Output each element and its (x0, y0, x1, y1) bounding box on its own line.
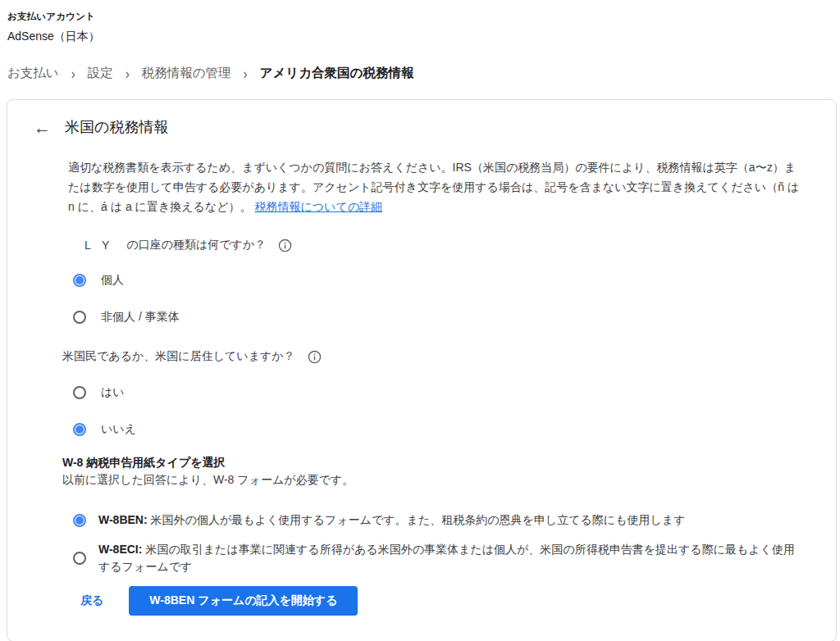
payments-account-label: お支払いアカウント (7, 11, 840, 23)
radio-icon[interactable] (73, 423, 86, 436)
radio-icon[interactable] (73, 274, 86, 287)
question-us-residency-text: 米国民であるか、米国に居住していますか？ (62, 349, 295, 364)
radio-option-individual[interactable]: 個人 (73, 273, 806, 288)
card-title-row: ← 米国の税務情報 (34, 117, 806, 137)
page-title: 米国の税務情報 (65, 117, 168, 137)
w8ben-description: 米国外の個人が最もよく使用するフォームです。また、租税条約の恩典を申し立てる際に… (151, 513, 686, 526)
w8ben-prefix: W-8BEN: (98, 513, 148, 526)
radio-icon[interactable] (73, 311, 86, 324)
question-account-type-text: の口座の種類は何ですか？ (126, 238, 266, 252)
radio-option-w8eci[interactable]: W-8ECI:米国の取引または事業に関連する所得がある米国外の事業体または個人が… (73, 541, 806, 575)
chevron-right-icon: › (244, 65, 248, 82)
breadcrumb-item-settings[interactable]: 設定 (88, 65, 113, 82)
back-arrow-icon[interactable]: ← (34, 119, 51, 136)
radio-icon[interactable] (73, 386, 86, 399)
w8-form-type-heading: W-8 納税申告用紙タイプを選択 (62, 456, 806, 471)
breadcrumb-item-tax-info-management[interactable]: 税務情報の管理 (142, 65, 231, 82)
radio-option-w8ben[interactable]: W-8BEN:米国外の個人が最もよく使用するフォームです。また、租税条約の恩典を… (73, 511, 806, 529)
payee-name: L Y (84, 239, 113, 252)
radio-icon[interactable] (73, 552, 86, 565)
breadcrumb: お支払い › 設定 › 税務情報の管理 › アメリカ合衆国の税務情報 (7, 65, 840, 82)
info-icon[interactable] (308, 350, 322, 364)
radio-label: いいえ (101, 422, 136, 437)
w8eci-prefix: W-8ECI: (98, 543, 142, 556)
breadcrumb-item-payments[interactable]: お支払い (7, 65, 59, 82)
intro-paragraph: 適切な税務書類を表示するため、まずいくつかの質問にお答えください。IRS（米国の… (68, 157, 806, 216)
chevron-right-icon: › (71, 65, 75, 82)
breadcrumb-current-us-tax-info: アメリカ合衆国の税務情報 (260, 65, 414, 82)
start-w8ben-form-button[interactable]: W-8BEN フォームの記入を開始する (129, 586, 358, 616)
radio-label: W-8BEN:米国外の個人が最もよく使用するフォームです。また、租税条約の恩典を… (98, 511, 685, 529)
question-us-residency: 米国民であるか、米国に居住していますか？ (62, 349, 806, 364)
radio-icon[interactable] (73, 514, 86, 527)
tax-info-details-link[interactable]: 税務情報についての詳細 (254, 200, 382, 213)
chevron-right-icon: › (126, 65, 130, 82)
question-account-type: L Y の口座の種類は何ですか？ (84, 238, 806, 252)
w8-form-type-subheading: 以前に選択した回答により、W-8 フォームが必要です。 (62, 473, 806, 488)
us-tax-info-card: ← 米国の税務情報 適切な税務書類を表示するため、まずいくつかの質問にお答えくだ… (7, 99, 837, 641)
radio-option-non-individual[interactable]: 非個人 / 事業体 (73, 310, 806, 325)
w8eci-description: 米国の取引または事業に関連する所得がある米国外の事業体または個人が、米国の所得税… (98, 543, 795, 573)
radio-label: W-8ECI:米国の取引または事業に関連する所得がある米国外の事業体または個人が… (98, 541, 806, 575)
radio-option-yes[interactable]: はい (73, 385, 806, 400)
intro-text: 適切な税務書類を表示するため、まずいくつかの質問にお答えください。IRS（米国の… (68, 161, 799, 213)
info-icon[interactable] (278, 239, 292, 252)
radio-option-no[interactable]: いいえ (73, 422, 806, 437)
action-row: 戻る W-8BEN フォームの記入を開始する (80, 586, 806, 616)
payments-account-header: お支払いアカウント AdSense（日本） (0, 0, 840, 44)
radio-label: 個人 (101, 273, 124, 288)
back-button[interactable]: 戻る (80, 593, 103, 608)
radio-label: 非個人 / 事業体 (101, 310, 180, 325)
payments-account-name: AdSense（日本） (7, 30, 840, 44)
radio-label: はい (101, 385, 125, 400)
